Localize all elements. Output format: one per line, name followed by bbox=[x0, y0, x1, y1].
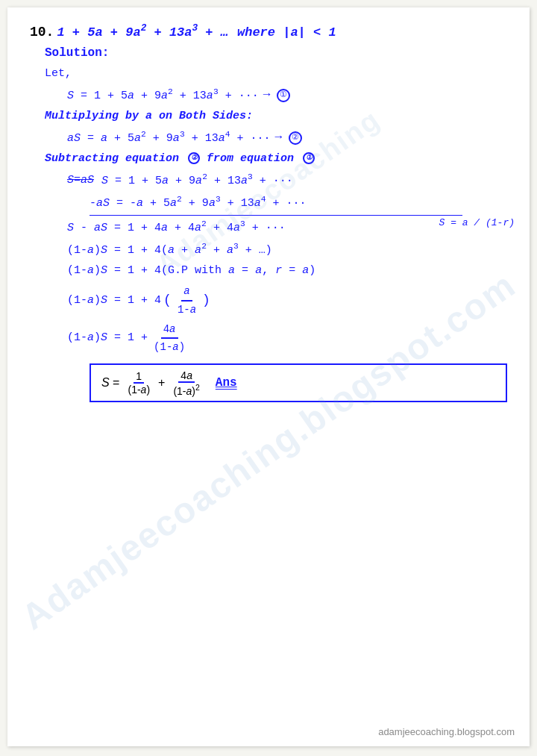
fraction-4a-1a2: 4a (1-a)2 bbox=[171, 369, 201, 397]
eq1-ref: ① bbox=[303, 152, 315, 164]
strikethrough-s: S=aS bbox=[67, 172, 94, 190]
frac-den: 1-a bbox=[175, 302, 198, 318]
eq4-line: S - aS = 1 + 4a + 4a2 + 4a3 + ··· S = a … bbox=[67, 217, 507, 237]
problem-number: 10. bbox=[30, 25, 54, 40]
solution-block: Solution: Let, S = 1 + 5a + 9a2 + 13a3 +… bbox=[45, 44, 507, 403]
boxed-f2-num: 4a bbox=[178, 369, 195, 383]
frac-den-1a: (1-a) bbox=[151, 339, 187, 355]
side-note: S = a / (1-r) bbox=[439, 216, 515, 231]
boxed-s: S = bbox=[101, 376, 119, 390]
boxed-answer: S = 1 (1-a) + 4a (1-a)2 Ans bbox=[90, 363, 507, 403]
page: 10. 1 + 5a + 9a2 + 13a3 + … where |a| < … bbox=[7, 7, 530, 746]
eq3a-text: S = 1 + 5a + 9a2 + 13a3 + ··· bbox=[101, 170, 293, 190]
subtract-divider bbox=[90, 215, 462, 216]
eq2-text: aS = a + 5a2 + 9a3 + 13a4 + ··· bbox=[67, 128, 270, 148]
arrow1: → bbox=[263, 86, 271, 105]
eq3a-line: S=aS S = 1 + 5a + 9a2 + 13a3 + ··· bbox=[67, 170, 507, 190]
content: 10. 1 + 5a + 9a2 + 13a3 + … where |a| < … bbox=[7, 7, 530, 417]
close-paren: ) bbox=[202, 290, 210, 311]
eq8-line: (1-a)S = 1 + 4a (1-a) bbox=[67, 321, 507, 356]
eq8-pre: (1-a)S = 1 + bbox=[67, 329, 148, 347]
subtract-note: Subtracting equation ② from equation ① bbox=[45, 150, 507, 168]
problem-line: 10. 1 + 5a + 9a2 + 13a3 + … where |a| < … bbox=[30, 22, 507, 40]
boxed-f1-den: (1-a) bbox=[125, 384, 152, 396]
boxed-f2-den: (1-a)2 bbox=[171, 383, 201, 397]
eq2-tag: ② bbox=[289, 131, 302, 145]
let-label: Let, bbox=[45, 65, 507, 83]
eq2-ref: ② bbox=[188, 152, 200, 164]
ans-label: Ans bbox=[216, 376, 237, 390]
solution-label: Solution: bbox=[45, 44, 507, 63]
boxed-plus: + bbox=[158, 376, 165, 390]
problem-expression: 1 + 5a + 9a2 + 13a3 + … bbox=[57, 22, 228, 40]
fraction-1-1a: 1 (1-a) bbox=[125, 370, 152, 396]
eq7-line: (1-a)S = 1 + 4 ( a 1-a ) bbox=[67, 283, 507, 318]
final-answer-container: S = 1 (1-a) + 4a (1-a)2 Ans bbox=[45, 363, 507, 403]
fraction-4a-1a: 4a (1-a) bbox=[151, 321, 187, 356]
arrow2: → bbox=[274, 128, 282, 148]
open-paren: ( bbox=[163, 290, 172, 311]
eq7-pre: (1-a)S = 1 + 4 bbox=[67, 292, 161, 310]
eq3b-line: -aS = -a + 5a2 + 9a3 + 13a4 + ··· bbox=[90, 193, 507, 213]
eq1-tag: ① bbox=[277, 89, 290, 102]
eq6-line: (1-a)S = 1 + 4(G.P with a = a, r = a) bbox=[67, 262, 507, 280]
eq5-line: (1-a)S = 1 + 4(a + a2 + a3 + …) bbox=[67, 240, 507, 260]
frac-num: a bbox=[181, 283, 192, 301]
eq1-line: S = 1 + 5a + 9a2 + 13a3 + ··· → ① bbox=[67, 85, 507, 105]
footer-text: adamjeecoaching.blogspot.com bbox=[378, 726, 515, 737]
problem-condition: where |a| < 1 bbox=[237, 25, 336, 40]
frac-num-4a: 4a bbox=[161, 321, 178, 339]
eq1-text: S = 1 + 5a + 9a2 + 13a3 + ··· bbox=[67, 85, 259, 105]
fraction-a-1-a: a 1-a bbox=[175, 283, 198, 318]
eq2-line: aS = a + 5a2 + 9a3 + 13a4 + ··· → ② bbox=[67, 128, 507, 148]
boxed-f1-num: 1 bbox=[134, 370, 144, 384]
multiply-note: Multiplying by a on Both Sides: bbox=[45, 107, 507, 125]
